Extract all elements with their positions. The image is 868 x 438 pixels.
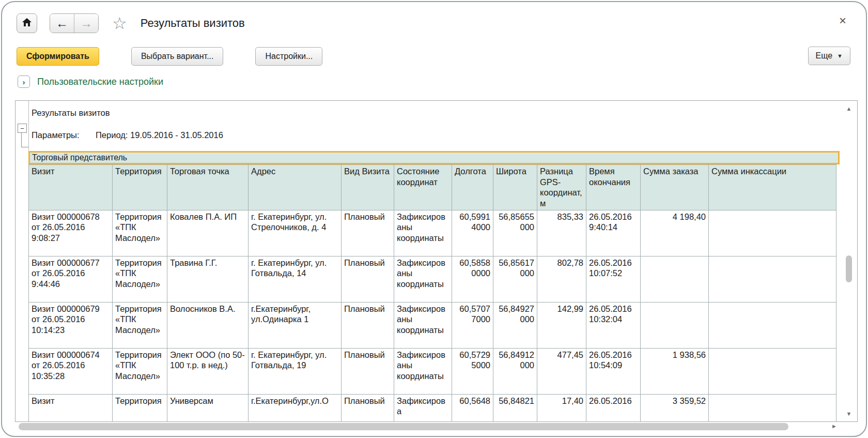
table-cell[interactable]: Территория «ТПК Маслодел»	[113, 210, 167, 256]
column-header[interactable]: Вид Визита	[342, 165, 394, 210]
table-cell[interactable]: Территория «ТПК Маслодел»	[113, 348, 167, 394]
table-cell[interactable]: Зафиксированы координаты	[394, 210, 452, 256]
settings-button[interactable]: Настройки...	[255, 47, 322, 66]
table-cell[interactable]: Визит 000000674 от 26.05.2016 10:35:28	[29, 348, 113, 394]
table-cell[interactable]: Территория «ТПК Маслодел»	[113, 302, 167, 348]
scroll-down-icon[interactable]: ▼	[844, 411, 854, 417]
toolbar: Сформировать Выбрать вариант... Настройк…	[17, 47, 851, 66]
table-cell[interactable]	[709, 394, 836, 422]
table-cell[interactable]: 1 938,56	[641, 348, 709, 394]
table-cell[interactable]: г. Екатеринбург, ул. Готвальда, 14	[249, 256, 342, 302]
more-button[interactable]: Еще ▼	[808, 47, 850, 65]
close-icon[interactable]: ×	[836, 11, 849, 30]
table-cell[interactable]: 60,5858 0000	[452, 256, 493, 302]
user-settings-row[interactable]: › Пользовательские настройки	[18, 75, 163, 88]
table-cell[interactable]	[709, 256, 836, 302]
table-cell[interactable]: Визит 000000679 от 26.05.2016 10:14:23	[29, 302, 113, 348]
table-cell[interactable]	[709, 210, 836, 256]
scroll-up-icon[interactable]: ▲	[844, 105, 854, 112]
table-cell[interactable]: Зафиксированы координаты	[394, 348, 452, 394]
choose-variant-button[interactable]: Выбрать вариант...	[131, 47, 224, 66]
table-cell[interactable]: г.Екатеринбург, ул.Одинарка 1	[249, 302, 342, 348]
table-cell[interactable]: Плановый	[342, 210, 394, 256]
column-header[interactable]: Сумма заказа	[641, 165, 709, 210]
table-cell[interactable]: Плановый	[342, 302, 394, 348]
table-cell[interactable]: 26.05.2016 10:54:09	[586, 348, 641, 394]
table-cell[interactable]: г. Екатеринбург, ул. Готвальда, 19	[249, 348, 342, 394]
table-cell[interactable]: 26.05.2016 10:07:52	[586, 256, 641, 302]
table-cell[interactable]: Ковалев П.А. ИП	[167, 210, 249, 256]
column-header[interactable]: Визит	[29, 165, 113, 210]
vertical-scrollbar[interactable]: ▲ ▼	[844, 102, 854, 420]
home-icon	[22, 17, 32, 29]
table-cell[interactable]: 60,5648	[452, 394, 493, 422]
table-cell[interactable]: г.Екатеринбург,ул.О	[249, 394, 342, 422]
report-area: − Результаты визитов Параметры: Период: …	[15, 100, 858, 422]
table-cell[interactable]: Элект ООО (по 50-100 т.р. в нед.)	[167, 348, 249, 394]
table-cell[interactable]: 60,5707 7000	[452, 302, 493, 348]
column-header[interactable]: Территория	[113, 165, 167, 210]
table-cell[interactable]: 802,78	[537, 256, 586, 302]
column-header[interactable]: Разница GPS-координат, м	[537, 165, 586, 210]
table-cell[interactable]: 60,5991 4000	[452, 210, 493, 256]
table-cell[interactable]: Визит 000000678 от 26.05.2016 9:08:27	[29, 210, 113, 256]
table-cell[interactable]: 56,84912 000	[493, 348, 537, 394]
column-header[interactable]: Сумма инкассации	[709, 165, 836, 210]
table-cell[interactable]: Зафиксирова	[394, 394, 452, 422]
column-header[interactable]: Торговая точка	[167, 165, 249, 210]
expand-arrow-icon[interactable]: ›	[18, 75, 30, 88]
table-cell[interactable]: Травина Г.Г.	[167, 256, 249, 302]
table-cell[interactable]: Плановый	[342, 348, 394, 394]
column-header[interactable]: Состояние координат	[394, 165, 452, 210]
horizontal-scrollbar-thumb[interactable]	[19, 423, 788, 430]
more-button-label: Еще	[816, 51, 833, 61]
table-cell[interactable]: Универсам	[167, 394, 249, 422]
table-cell[interactable]: Плановый	[342, 394, 394, 422]
table-cell[interactable]: 56,84927 000	[493, 302, 537, 348]
table-cell[interactable]: 56,85617 000	[493, 256, 537, 302]
table-cell[interactable]	[709, 348, 836, 394]
table-cell[interactable]: Территория	[113, 394, 167, 422]
table-cell[interactable]: 26.05.2016 10:32:04	[586, 302, 641, 348]
column-header[interactable]: Широта	[493, 165, 537, 210]
parameters-label: Параметры:	[32, 130, 96, 140]
table-cell[interactable]: 835,33	[537, 210, 586, 256]
table-cell[interactable]: Плановый	[342, 256, 394, 302]
group-header-selected-row[interactable]: Торговый представитель	[28, 151, 840, 164]
table-cell[interactable]: 4 198,40	[641, 210, 709, 256]
vertical-scrollbar-thumb[interactable]	[846, 255, 852, 282]
table-cell[interactable]: 142,99	[537, 302, 586, 348]
horizontal-scrollbar[interactable]: ►	[17, 422, 843, 431]
column-header[interactable]: Долгота	[452, 165, 493, 210]
back-button[interactable]: ←	[50, 14, 74, 33]
table-cell[interactable]: Зафиксированы координаты	[394, 256, 452, 302]
forward-button[interactable]: →	[74, 14, 98, 33]
table-cell[interactable]	[709, 302, 836, 348]
generate-button[interactable]: Сформировать	[17, 47, 99, 66]
table-cell[interactable]	[641, 256, 709, 302]
table-cell[interactable]: 26.05.2016 9:40:14	[586, 210, 641, 256]
table-cell[interactable]: 60,5729 5000	[452, 348, 493, 394]
column-header[interactable]: Время окончания	[586, 165, 641, 210]
table-cell[interactable]: 3 359,52	[641, 394, 709, 422]
table-cell[interactable]: Визит 000000677 от 26.05.2016 9:44:46	[29, 256, 113, 302]
table-cell[interactable]: Волосников В.А.	[167, 302, 249, 348]
collapse-group-button[interactable]: −	[18, 124, 27, 133]
column-header[interactable]: Адрес	[249, 165, 342, 210]
table-cell[interactable]: 56,84821	[493, 394, 537, 422]
scroll-right-icon[interactable]: ►	[831, 423, 837, 429]
table-cell[interactable]	[641, 302, 709, 348]
favorite-star-icon[interactable]: ☆	[112, 15, 127, 32]
table-cell[interactable]: Визит	[29, 394, 113, 422]
user-settings-link[interactable]: Пользовательские настройки	[37, 77, 163, 87]
table-cell[interactable]: Территория «ТПК Маслодел»	[113, 256, 167, 302]
table-cell[interactable]: 56,85655 000	[493, 210, 537, 256]
table-cell[interactable]: 17,40	[537, 394, 586, 422]
table-cell[interactable]: Зафиксированы координаты	[394, 302, 452, 348]
table-cell[interactable]: 477,45	[537, 348, 586, 394]
back-icon: ←	[56, 17, 68, 29]
table-cell[interactable]: 26.05.2016	[586, 394, 641, 422]
home-button[interactable]	[17, 13, 37, 33]
report-parameters: Параметры: Период: 19.05.2016 - 31.05.20…	[32, 130, 840, 140]
table-cell[interactable]: г. Екатеринбург, ул. Стрелочников, д. 4	[249, 210, 342, 256]
